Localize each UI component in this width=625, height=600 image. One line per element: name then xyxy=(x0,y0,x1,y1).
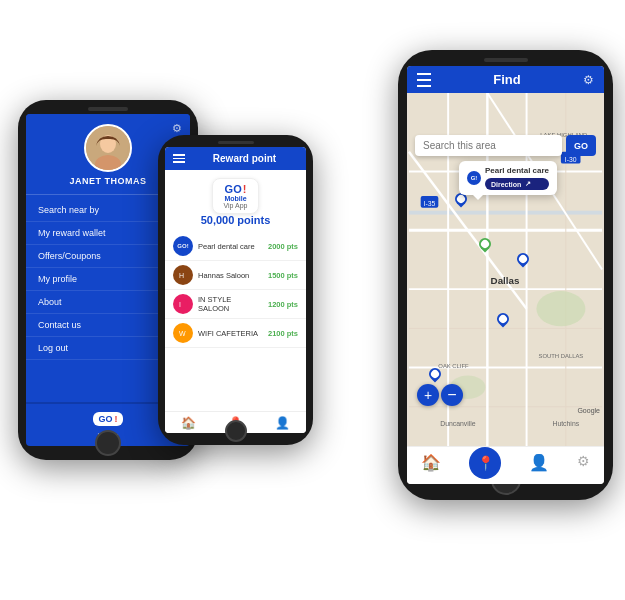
nav-home[interactable]: 🏠 xyxy=(181,416,196,430)
reward-points: 50,000 points xyxy=(201,214,271,226)
phone-mid: Reward point GO ! Mobile Vip App 50,000 … xyxy=(158,135,313,445)
item-icon-wifi: W xyxy=(173,323,193,343)
avatar xyxy=(84,124,132,172)
svg-text:H: H xyxy=(179,272,184,279)
list-item: W WIFI CAFETERIA 2100 pts xyxy=(165,319,306,348)
svg-rect-10 xyxy=(409,211,602,215)
nav-location-active[interactable]: 📍 xyxy=(469,453,501,479)
nav-home[interactable]: 🏠 xyxy=(421,453,441,479)
svg-text:I-30: I-30 xyxy=(565,156,577,163)
map-go-button[interactable]: GO xyxy=(566,135,596,156)
direction-button[interactable]: Direction ↗ xyxy=(485,178,549,190)
map-zoom-controls: + − xyxy=(417,384,463,406)
reward-title: Reward point xyxy=(191,153,298,164)
scene: ⚙ JANET THOMAS Search near by My reward … xyxy=(0,0,625,600)
svg-text:Dallas: Dallas xyxy=(491,275,520,286)
map-search-input[interactable] xyxy=(415,135,562,156)
map-screen: Find ⚙ xyxy=(407,66,604,484)
reward-list: GO! Pearl dental care 2000 pts H Hannas … xyxy=(165,230,306,411)
svg-text:OAK CLIFF: OAK CLIFF xyxy=(438,363,469,369)
popup-logo: G! xyxy=(467,171,481,185)
map-gear-icon[interactable]: ⚙ xyxy=(583,73,594,87)
map-popup: G! Pearl dental care Direction ↗ xyxy=(459,161,557,195)
zoom-in-button[interactable]: + xyxy=(417,384,439,406)
list-item: H Hannas Saloon 1500 pts xyxy=(165,261,306,290)
item-icon-pearl: GO! xyxy=(173,236,193,256)
reward-card: GO ! Mobile Vip App 50,000 points xyxy=(201,178,271,226)
list-item: GO! Pearl dental care 2000 pts xyxy=(165,232,306,261)
list-item: I IN STYLE SALOON 1200 pts xyxy=(165,290,306,319)
svg-point-23 xyxy=(536,291,585,326)
hamburger-icon[interactable] xyxy=(173,154,185,163)
svg-text:Hutchins: Hutchins xyxy=(552,420,579,427)
user-name: JANET THOMAS xyxy=(69,176,146,186)
gear-icon[interactable]: ⚙ xyxy=(172,122,182,135)
svg-text:W: W xyxy=(179,330,186,337)
google-watermark: Google xyxy=(577,407,600,414)
reward-header: Reward point xyxy=(165,147,306,170)
map-bottom-nav: 🏠 📍 👤 ⚙ xyxy=(407,446,604,484)
reward-screen: Reward point GO ! Mobile Vip App 50,000 … xyxy=(165,147,306,433)
map-title: Find xyxy=(437,72,577,87)
svg-text:I: I xyxy=(179,301,181,308)
svg-text:I-35: I-35 xyxy=(424,200,436,207)
map-hamburger-icon[interactable] xyxy=(417,73,431,87)
phone-right: Find ⚙ xyxy=(398,50,613,500)
map-search-bar: GO xyxy=(415,135,596,156)
nav-person[interactable]: 👤 xyxy=(529,453,549,479)
map-content: I-35 I-30 Dallas Farmers Branch LAKE HIG… xyxy=(407,93,604,446)
svg-text:Duncanville: Duncanville xyxy=(440,420,476,427)
svg-text:SOUTH DALLAS: SOUTH DALLAS xyxy=(539,353,584,359)
map-header: Find ⚙ xyxy=(407,66,604,93)
nav-filter[interactable]: ⚙ xyxy=(577,453,590,479)
popup-name: Pearl dental care xyxy=(485,166,549,175)
nav-person[interactable]: 👤 xyxy=(275,416,290,430)
item-icon-instyle: I xyxy=(173,294,193,314)
item-icon-hannas: H xyxy=(173,265,193,285)
zoom-out-button[interactable]: − xyxy=(441,384,463,406)
